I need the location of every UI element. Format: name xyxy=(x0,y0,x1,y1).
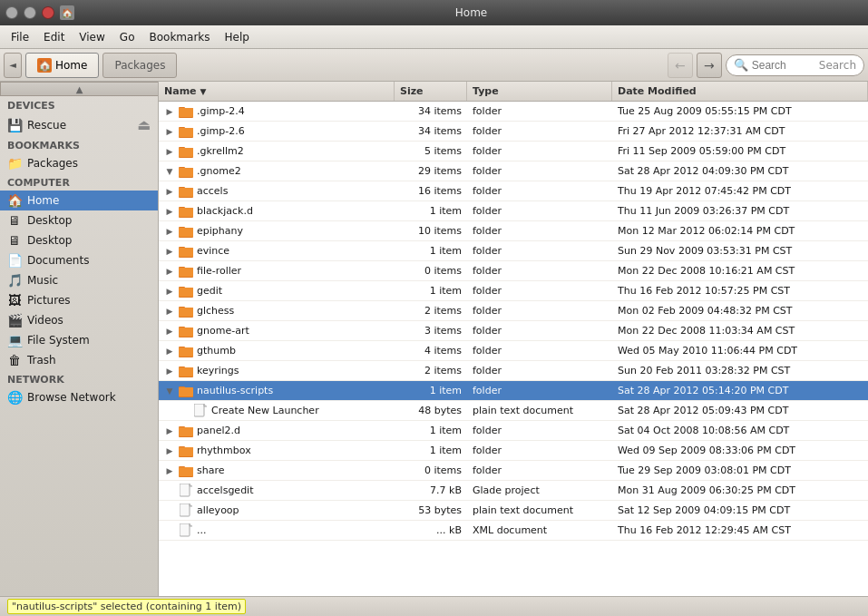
expand-arrow-icon[interactable]: ▼ xyxy=(164,386,175,396)
sidebar-item-desktop2[interactable]: 🖥 Desktop xyxy=(0,230,158,250)
expand-arrow-icon[interactable] xyxy=(164,485,175,496)
col-header-name[interactable]: Name ▼ xyxy=(159,82,395,101)
col-header-date[interactable]: Date Modified xyxy=(612,82,868,101)
sidebar-item-rescue[interactable]: 💾 Rescue ⏏ xyxy=(0,113,158,136)
table-row[interactable]: ▶accels16 itemsfolderThu 19 Apr 2012 07:… xyxy=(159,181,868,201)
file-type-label: folder xyxy=(467,285,612,297)
search-input[interactable] xyxy=(752,59,815,72)
sidebar-item-music[interactable]: 🎵 Music xyxy=(0,270,158,290)
sidebar-item-trash[interactable]: 🗑 Trash xyxy=(0,350,158,370)
menu-go[interactable]: Go xyxy=(112,29,142,45)
file-size-label: 10 items xyxy=(395,225,467,237)
expand-arrow-icon[interactable]: ▶ xyxy=(164,106,175,117)
table-row[interactable]: ▶epiphany10 itemsfolderMon 12 Mar 2012 0… xyxy=(159,221,868,241)
file-name-label: .gimp-2.4 xyxy=(197,105,245,117)
menu-file[interactable]: File xyxy=(4,29,36,45)
sidebar-item-documents[interactable]: 📄 Documents xyxy=(0,250,158,270)
menu-bookmarks[interactable]: Bookmarks xyxy=(141,29,217,45)
sidebar-item-home[interactable]: 🏠 Home xyxy=(0,191,158,210)
sidebar-scroll-up[interactable]: ▲ xyxy=(0,82,159,96)
table-row[interactable]: ▶gthumb4 itemsfolderWed 05 May 2010 11:0… xyxy=(159,341,868,361)
forward-button[interactable]: → xyxy=(697,53,722,78)
col-header-type[interactable]: Type xyxy=(467,82,612,101)
window-title: Home xyxy=(80,6,863,19)
close-button[interactable] xyxy=(42,6,54,19)
menu-edit[interactable]: Edit xyxy=(36,29,72,45)
sidebar-item-browse-network[interactable]: 🌐 Browse Network xyxy=(0,387,158,407)
table-row[interactable]: ▶file-roller0 itemsfolderMon 22 Dec 2008… xyxy=(159,261,868,281)
expand-arrow-icon[interactable] xyxy=(164,505,175,516)
expand-arrow-icon[interactable]: ▶ xyxy=(164,306,175,317)
sidebar-item-pictures[interactable]: 🖼 Pictures xyxy=(0,290,158,310)
expand-arrow-icon[interactable]: ▶ xyxy=(164,226,175,237)
table-row[interactable]: ▶rhythmbox1 itemfolderWed 09 Sep 2009 08… xyxy=(159,441,868,461)
pictures-icon: 🖼 xyxy=(7,293,22,308)
table-row[interactable]: Create New Launcher48 bytesplain text do… xyxy=(159,401,868,421)
expand-arrow-icon[interactable]: ▶ xyxy=(164,465,175,476)
back-button[interactable]: ← xyxy=(668,53,693,78)
expand-arrow-icon[interactable]: ▶ xyxy=(164,246,175,257)
file-date-label: Mon 12 Mar 2012 06:02:14 PM CDT xyxy=(612,225,868,237)
table-row[interactable]: ▶glchess2 itemsfolderMon 02 Feb 2009 04:… xyxy=(159,301,868,321)
sidebar-documents-label: Documents xyxy=(27,254,89,267)
file-date-label: Wed 09 Sep 2009 08:33:06 PM CDT xyxy=(612,445,868,456)
sidebar-toggle-button[interactable]: ◄ xyxy=(4,53,22,78)
table-row[interactable]: alleyoop53 bytesplain text documentSat 1… xyxy=(159,501,868,521)
file-date-label: Fri 11 Sep 2009 05:59:00 PM CDT xyxy=(612,145,868,157)
expand-arrow-icon[interactable]: ▶ xyxy=(164,366,175,376)
table-row[interactable]: ▶.gimp-2.434 itemsfolderTue 25 Aug 2009 … xyxy=(159,102,868,122)
sidebar-desktop2-label: Desktop xyxy=(27,234,73,247)
table-row[interactable]: ▶panel2.d1 itemfolderSat 04 Oct 2008 10:… xyxy=(159,421,868,441)
file-size-label: 34 items xyxy=(395,105,467,117)
table-row[interactable]: ...... kBXML documentThu 16 Feb 2012 12:… xyxy=(159,521,868,541)
table-row[interactable]: ▶.gkrellm25 itemsfolderFri 11 Sep 2009 0… xyxy=(159,142,868,161)
minimize-button[interactable] xyxy=(5,6,18,19)
tab-home[interactable]: 🏠 Home xyxy=(25,53,99,78)
svg-rect-29 xyxy=(179,288,193,297)
expand-arrow-icon[interactable]: ▶ xyxy=(164,425,175,436)
table-row[interactable]: ▼nautilus-scripts1 itemfolderSat 28 Apr … xyxy=(159,381,868,401)
table-row[interactable]: ▶share0 itemsfolderTue 29 Sep 2009 03:08… xyxy=(159,461,868,481)
expand-arrow-icon[interactable]: ▼ xyxy=(164,166,175,177)
folder-icon xyxy=(179,304,193,318)
sidebar-item-filesystem[interactable]: 💻 File System xyxy=(0,330,158,350)
table-row[interactable]: ▶gnome-art3 itemsfolderMon 22 Dec 2008 1… xyxy=(159,321,868,341)
expand-arrow-icon[interactable]: ▶ xyxy=(164,146,175,157)
menu-view[interactable]: View xyxy=(72,29,112,45)
expand-arrow-icon[interactable]: ▶ xyxy=(164,186,175,197)
table-row[interactable]: ▶blackjack.d1 itemfolderThu 11 Jun 2009 … xyxy=(159,201,868,221)
table-row[interactable]: accelsgedit7.7 kBGlade projectMon 31 Aug… xyxy=(159,481,868,501)
expand-arrow-icon[interactable]: ▶ xyxy=(164,326,175,337)
col-header-size[interactable]: Size xyxy=(395,82,467,101)
sidebar-packages-label: Packages xyxy=(27,157,78,170)
expand-arrow-icon[interactable]: ▶ xyxy=(164,445,175,456)
sidebar-filesystem-label: File System xyxy=(27,334,90,347)
expand-arrow-icon[interactable]: ▶ xyxy=(164,266,175,277)
table-row[interactable]: ▼.gnome229 itemsfolderSat 28 Apr 2012 04… xyxy=(159,161,868,181)
expand-arrow-icon[interactable]: ▶ xyxy=(164,286,175,297)
eject-icon[interactable]: ⏏ xyxy=(137,116,151,133)
svg-rect-45 xyxy=(194,404,204,416)
table-row[interactable]: ▶gedit1 itemfolderThu 16 Feb 2012 10:57:… xyxy=(159,281,868,301)
file-type-label: plain text document xyxy=(467,504,612,516)
expand-arrow-icon[interactable] xyxy=(164,525,175,536)
expand-arrow-icon[interactable] xyxy=(179,406,190,416)
sidebar-section-computer: Computer xyxy=(0,173,158,191)
sidebar-item-packages[interactable]: 📁 Packages xyxy=(0,153,158,173)
expand-arrow-icon[interactable]: ▶ xyxy=(164,346,175,357)
file-date-label: Sat 12 Sep 2009 04:09:15 PM CDT xyxy=(612,504,868,516)
search-box[interactable]: 🔍 Search xyxy=(726,54,864,76)
table-row[interactable]: ▶keyrings2 itemsfolderSun 20 Feb 2011 03… xyxy=(159,361,868,381)
expand-arrow-icon[interactable]: ▶ xyxy=(164,126,175,137)
svg-rect-26 xyxy=(179,268,193,277)
table-row[interactable]: ▶.gimp-2.634 itemsfolderFri 27 Apr 2012 … xyxy=(159,122,868,142)
menu-help[interactable]: Help xyxy=(218,29,257,45)
sidebar-item-videos[interactable]: 🎬 Videos xyxy=(0,310,158,330)
file-date-label: Thu 11 Jun 2009 03:26:37 PM CDT xyxy=(612,205,868,217)
maximize-button[interactable] xyxy=(24,6,36,19)
table-row[interactable]: ▶evince1 itemfolderSun 29 Nov 2009 03:53… xyxy=(159,241,868,261)
file-date-label: Mon 22 Dec 2008 10:16:21 AM CST xyxy=(612,265,868,277)
sidebar-item-desktop1[interactable]: 🖥 Desktop xyxy=(0,210,158,230)
tab-packages[interactable]: Packages xyxy=(102,53,177,78)
expand-arrow-icon[interactable]: ▶ xyxy=(164,206,175,217)
